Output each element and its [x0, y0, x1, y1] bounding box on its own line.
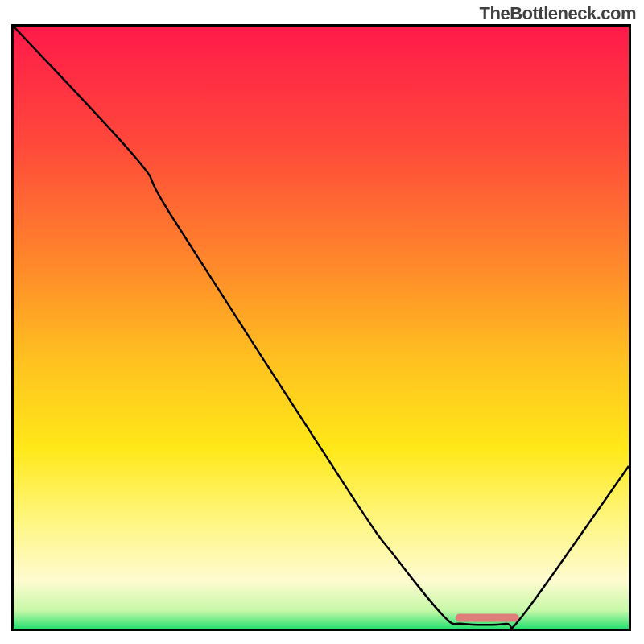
bottleneck-chart: [14, 27, 629, 629]
chart-frame: [11, 24, 631, 631]
chart-background: [14, 27, 629, 629]
watermark-text: TheBottleneck.com: [480, 3, 636, 24]
